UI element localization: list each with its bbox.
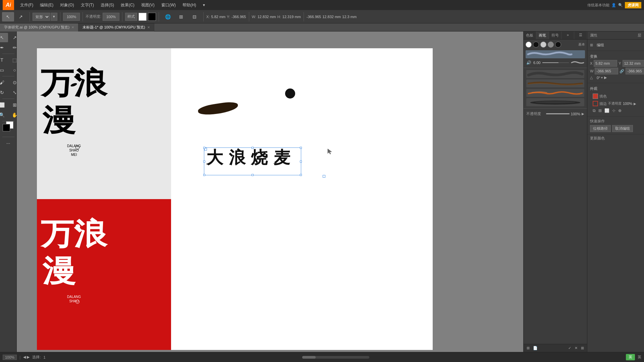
tab-1-close[interactable]: ✕	[147, 25, 150, 29]
select-tool-btn[interactable]: ↖	[2, 12, 14, 21]
link-icon[interactable]: 🔗	[620, 69, 624, 73]
menu-text[interactable]: 文字(T)	[78, 2, 97, 9]
menu-object[interactable]: 对象(O)	[57, 2, 76, 9]
menu-view[interactable]: 视图(V)	[139, 2, 157, 9]
handle-top-left[interactable]	[203, 147, 205, 149]
menu-select[interactable]: 选择(S)	[98, 2, 117, 9]
stroke-color[interactable]	[593, 101, 598, 106]
zoom-input[interactable]	[63, 13, 80, 21]
menu-window[interactable]: 窗口(W)	[159, 2, 178, 9]
tab-swatches[interactable]: 色板	[524, 32, 536, 39]
transform-x-row: X Y	[590, 60, 641, 67]
handle-mid-right[interactable]	[300, 161, 302, 163]
rect-tool[interactable]: ▭	[0, 65, 8, 75]
opacity-input[interactable]	[103, 13, 119, 21]
color-swatch-black[interactable]	[148, 13, 156, 21]
calligraphy-white-bottom: 漫	[42, 256, 75, 286]
tab-0-label: 字体研究.ai @ 100% (CMYK/GPU 预览)	[4, 25, 69, 30]
sep7	[249, 12, 249, 21]
expand-icon[interactable]: »	[561, 32, 574, 39]
rot-handle-sq[interactable]	[323, 175, 325, 178]
volume-track[interactable]	[542, 62, 569, 63]
paintbrush-tool[interactable]: 🖌	[0, 78, 8, 87]
input-method[interactable]: 英	[638, 355, 641, 360]
fx4-icon[interactable]: ⊹	[612, 108, 615, 113]
handle-top-right[interactable]	[300, 147, 302, 149]
brush-stroke-1[interactable]	[526, 70, 584, 78]
h-scrollbar[interactable]	[302, 356, 369, 359]
swatch-light-gray[interactable]	[540, 42, 546, 48]
type-tool[interactable]: T	[0, 55, 8, 65]
opacity-track[interactable]	[546, 113, 570, 114]
gradient-tool[interactable]: ⬜	[0, 100, 8, 110]
fx5-icon[interactable]: ⊕	[618, 108, 622, 113]
tab-symbols[interactable]: 符号	[549, 32, 562, 39]
tab-0-close[interactable]: ✕	[71, 25, 74, 29]
fill-color[interactable]	[593, 94, 598, 99]
transform-x[interactable]	[594, 60, 617, 67]
handle-bot-right[interactable]	[300, 174, 302, 176]
tab-0[interactable]: 字体研究.ai @ 100% (CMYK/GPU 预览) ✕	[0, 23, 78, 32]
handle-bot-center[interactable]	[252, 174, 254, 176]
swatch-black[interactable]	[533, 42, 539, 48]
fx-icon[interactable]: ⧉	[593, 108, 596, 113]
color-swatch-white[interactable]	[139, 13, 147, 21]
panel-menu-icon[interactable]: ☰	[574, 32, 587, 39]
more-tools[interactable]: ···	[2, 138, 14, 148]
rotation-handle[interactable]	[323, 175, 327, 178]
grid-icon[interactable]: ⊞	[175, 12, 187, 21]
swatch-medium-gray[interactable]	[548, 42, 554, 48]
angle-dropdown[interactable]: 0° ▾	[597, 76, 603, 80]
fx2-icon[interactable]: ⊞	[598, 108, 602, 113]
foreground-color[interactable]	[3, 124, 10, 131]
zoom-status[interactable]: 100%	[3, 355, 17, 360]
shape-select[interactable]: 矩形	[33, 13, 50, 21]
swatch-black2[interactable]	[555, 42, 561, 48]
align-icon[interactable]: ⊟	[189, 12, 201, 21]
more-icon[interactable]: ⊞	[580, 346, 585, 351]
angle-arrow[interactable]: ▾	[601, 76, 603, 79]
fx3-icon[interactable]: ⬜	[604, 108, 609, 113]
handle-bot-left[interactable]	[203, 174, 205, 176]
menu-file[interactable]: 文件(F)	[17, 2, 36, 9]
offset-btn[interactable]: 取消编组	[612, 125, 633, 132]
pen-tool[interactable]: ✒	[0, 43, 8, 52]
menu-edit[interactable]: 编辑(E)	[37, 2, 56, 9]
rotate-tool[interactable]: ↻	[0, 88, 8, 97]
handle-mid-left[interactable]	[203, 161, 205, 163]
zoom-tool[interactable]: 🔍	[0, 110, 8, 120]
transform-w[interactable]	[595, 68, 618, 74]
new-brush-icon[interactable]: 📄	[532, 346, 539, 351]
style-btn[interactable]: 样式	[125, 13, 137, 21]
opacity-arrow[interactable]: ▶	[582, 112, 584, 116]
calligraphy-black-bottom: 漫	[42, 105, 75, 135]
menu-effect[interactable]: 效果(C)	[118, 2, 137, 9]
brush-stroke-2[interactable]	[526, 79, 584, 87]
selected-text-box[interactable]: 大 浪 烧 麦	[204, 147, 301, 175]
canvas-area[interactable]: 万浪 漫 DALANGSHAOMEI 万浪 漫 DALANGSHAO	[17, 32, 523, 352]
delete-icon[interactable]: ✕	[574, 346, 579, 351]
h-scrollbar-thumb[interactable]	[302, 356, 316, 359]
tab-1[interactable]: 未标题-1* @ 100% (CMYK/GPU 预览) ✕	[78, 23, 154, 32]
swatch-white[interactable]	[526, 42, 532, 48]
direct-select-btn[interactable]: ↗	[15, 12, 27, 21]
layer-icon[interactable]: ⊞	[526, 346, 531, 351]
opacity-expand-arrow[interactable]: ▶	[634, 102, 636, 106]
shape-options-btn[interactable]: ▾	[51, 13, 57, 21]
calligraphy-white-top: 万浪	[41, 219, 107, 249]
props-layers-btn[interactable]: 层	[638, 33, 641, 38]
lang-btn[interactable]: 英	[626, 354, 635, 360]
selection-tool[interactable]: ↖	[0, 33, 8, 42]
globe-icon[interactable]: 🌐	[162, 12, 174, 21]
apply-icon[interactable]: ✓	[567, 346, 572, 351]
status-arrows[interactable]: ◀ ▶	[23, 355, 30, 359]
tab-brushes[interactable]: 画笔	[536, 32, 549, 39]
align-btn[interactable]: 位移路径	[590, 125, 611, 132]
menu-extend[interactable]: ▾	[200, 2, 208, 8]
menu-help[interactable]: 帮助(H)	[180, 2, 199, 9]
transform-h[interactable]	[626, 68, 644, 74]
selected-brush-preview[interactable]	[526, 50, 585, 58]
brush-stroke-4[interactable]	[526, 98, 584, 106]
transform-y[interactable]	[623, 60, 644, 67]
brush-stroke-3[interactable]	[526, 89, 584, 97]
